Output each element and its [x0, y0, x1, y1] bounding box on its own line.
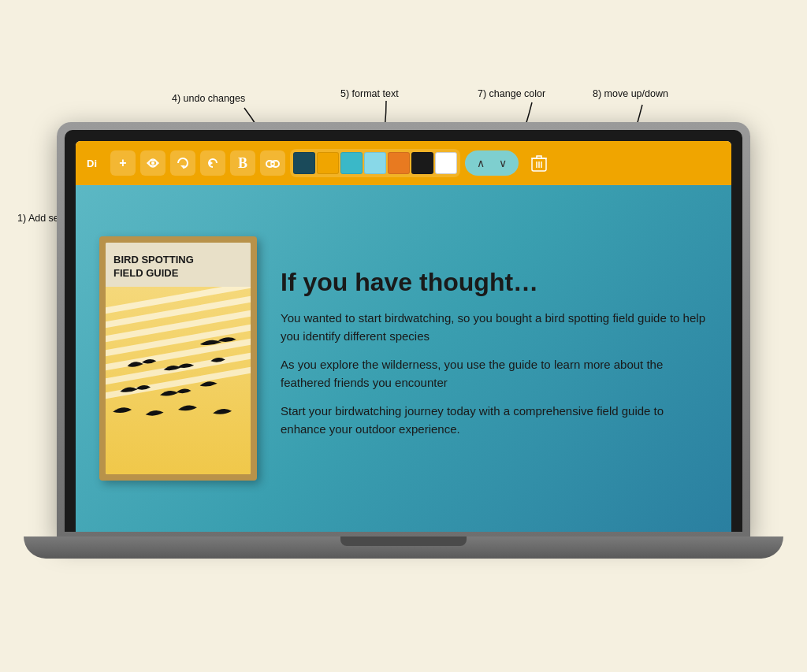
- swatch-white[interactable]: [435, 152, 457, 174]
- undo-button[interactable]: [200, 150, 225, 176]
- toolbar: Di + B: [76, 141, 731, 185]
- annotation-7: 7) change color: [478, 88, 545, 99]
- swatch-teal[interactable]: [340, 152, 363, 174]
- screen: Di + B: [76, 141, 731, 532]
- main-heading: If you have thought…: [281, 268, 708, 297]
- paragraph-2: As you explore the wilderness, you use t…: [281, 356, 708, 392]
- delete-button[interactable]: [526, 150, 552, 176]
- swatch-orange[interactable]: [317, 152, 339, 174]
- add-section-button[interactable]: +: [110, 150, 136, 176]
- text-content: If you have thought… You wanted to start…: [281, 268, 708, 449]
- book-title-area: BIRD SPOTTING FIELD GUIDE: [106, 243, 251, 287]
- color-swatches: [290, 149, 460, 177]
- swatch-light-blue[interactable]: [364, 152, 386, 174]
- add-link-button[interactable]: [260, 150, 285, 176]
- laptop-notch: [340, 536, 467, 546]
- annotation-4: 4) undo changes: [172, 93, 245, 104]
- annotation-8: 8) move up/down: [593, 88, 668, 99]
- book-inner: BIRD SPOTTING FIELD GUIDE: [106, 243, 251, 474]
- hide-display-button[interactable]: [140, 150, 165, 176]
- paragraph-3: Start your birdwatching journey today wi…: [281, 403, 708, 438]
- page-wrapper: 1) Add section 2) hide/display 3) cycle …: [0, 0, 807, 672]
- paragraph-1: You wanted to start birdwatching, so you…: [281, 310, 708, 345]
- birds-svg: [106, 287, 251, 474]
- cycle-layout-button[interactable]: [170, 150, 195, 176]
- toolbar-label: Di: [82, 158, 106, 169]
- move-down-button[interactable]: ∨: [493, 154, 512, 173]
- annotation-5: 5) format text: [340, 88, 399, 99]
- format-text-button[interactable]: B: [230, 150, 255, 176]
- move-up-button[interactable]: ∧: [471, 154, 490, 173]
- book-illustration: [106, 287, 251, 474]
- svg-point-1: [151, 162, 154, 165]
- book-title: BIRD SPOTTING FIELD GUIDE: [113, 254, 243, 280]
- book-cover: BIRD SPOTTING FIELD GUIDE: [99, 236, 257, 481]
- laptop-base: [24, 536, 783, 559]
- content-area: BIRD SPOTTING FIELD GUIDE: [76, 185, 731, 532]
- move-group: ∧ ∨: [465, 150, 519, 176]
- laptop-shell: Di + B: [57, 122, 750, 540]
- screen-bezel: Di + B: [65, 130, 742, 532]
- swatch-dark-teal[interactable]: [293, 152, 315, 174]
- swatch-amber[interactable]: [388, 152, 410, 174]
- swatch-black[interactable]: [411, 152, 433, 174]
